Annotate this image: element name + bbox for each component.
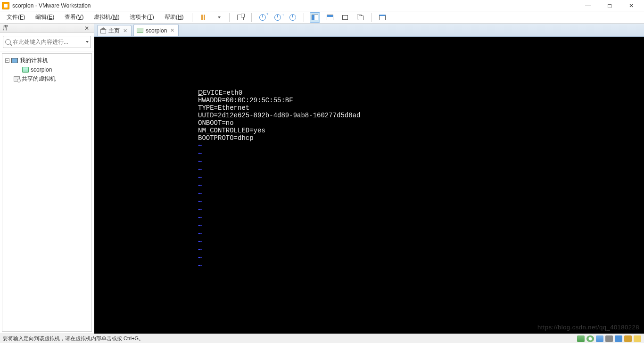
vm-icon (137, 28, 143, 33)
console-output: DEVICE=eth0 HWADDR=00:0C:29:5C:55:BF TYP… (198, 89, 644, 270)
tree-shared-vms[interactable]: 共享的虚拟机 (3, 74, 91, 84)
search-row (0, 33, 94, 51)
search-box[interactable] (3, 36, 91, 48)
unity-button[interactable] (355, 12, 365, 23)
menu-view[interactable]: 查看(V) (62, 12, 86, 22)
menu-vm[interactable]: 虚拟机(M) (91, 12, 122, 22)
snapshot-revert-button[interactable] (272, 12, 283, 23)
toolbar-separator (371, 13, 372, 22)
sidebar-close-button[interactable]: ✕ (83, 25, 91, 32)
close-button[interactable]: ✕ (620, 0, 642, 11)
menu-file[interactable]: 文件(F) (4, 12, 28, 22)
watermark-text: https://blog.csdn.net/qq_40180228 (537, 324, 639, 331)
tab-close-button[interactable]: ✕ (169, 27, 175, 33)
content-area: 主页 ✕ scorpion ✕ DEVICE=eth0 HWADDR=00:0C… (94, 24, 644, 334)
computer-icon (11, 58, 18, 63)
library-tree[interactable]: − 我的计算机 scorpion 共享的虚拟机 (2, 53, 92, 332)
menu-edit[interactable]: 编辑(E) (33, 12, 57, 22)
view-thumbnail-button[interactable] (325, 12, 335, 23)
search-input[interactable] (13, 39, 84, 45)
library-sidebar: 库 ✕ − 我的计算机 scorpion (0, 24, 94, 334)
home-icon (100, 29, 106, 33)
collapse-icon[interactable]: − (5, 58, 9, 63)
app-icon (2, 2, 9, 9)
harddisk-icon[interactable] (577, 335, 585, 342)
tab-home[interactable]: 主页 ✕ (97, 25, 132, 36)
tab-label: 主页 (108, 27, 120, 35)
tab-strip: 主页 ✕ scorpion ✕ (94, 24, 644, 37)
status-text: 要将输入定向到该虚拟机，请在虚拟机内部单击或按 Ctrl+G。 (3, 335, 144, 342)
vm-console[interactable]: DEVICE=eth0 HWADDR=00:0C:29:5C:55:BF TYP… (94, 37, 644, 334)
sound-icon[interactable] (615, 335, 622, 342)
vm-icon (22, 67, 29, 73)
menubar: 文件(F) 编辑(E) 查看(V) 虚拟机(M) 选项卡(T) 帮助(H) (0, 11, 644, 24)
tab-scorpion[interactable]: scorpion ✕ (133, 24, 179, 36)
network-icon[interactable] (596, 335, 603, 342)
printer-icon[interactable] (605, 335, 613, 342)
pause-button[interactable] (198, 12, 208, 23)
tree-label: 共享的虚拟机 (22, 75, 56, 83)
cdrom-icon[interactable] (586, 335, 594, 342)
search-icon (5, 39, 11, 45)
shared-icon (14, 76, 20, 82)
fullscreen-button[interactable] (340, 12, 350, 23)
snapshot-button[interactable] (235, 12, 246, 23)
tab-label: scorpion (146, 27, 167, 34)
power-dropdown[interactable] (213, 12, 223, 23)
menu-help[interactable]: 帮助(H) (162, 12, 187, 22)
usb-icon[interactable] (624, 335, 632, 342)
toolbar-separator (304, 13, 304, 22)
library-button[interactable] (377, 12, 388, 23)
tree-label: 我的计算机 (20, 57, 48, 65)
snapshot-manager-button[interactable] (288, 12, 298, 23)
menu-tabs[interactable]: 选项卡(T) (127, 12, 157, 22)
status-icons (577, 335, 641, 342)
window-titlebar: scorpion - VMware Workstation — ◻ ✕ (0, 0, 644, 11)
window-title: scorpion - VMware Workstation (12, 2, 577, 9)
tab-close-button[interactable]: ✕ (122, 28, 128, 34)
search-dropdown-icon[interactable] (86, 41, 89, 43)
tree-vm-scorpion[interactable]: scorpion (3, 65, 91, 74)
statusbar: 要将输入定向到该虚拟机，请在虚拟机内部单击或按 Ctrl+G。 (0, 334, 644, 343)
toolbar-separator (192, 13, 192, 22)
tree-my-computer[interactable]: − 我的计算机 (3, 56, 91, 65)
window-controls: — ◻ ✕ (577, 0, 642, 11)
toolbar-separator (251, 13, 252, 22)
toolbar-separator (229, 13, 230, 22)
sidebar-title: 库 (3, 24, 8, 32)
snapshot-take-button[interactable] (257, 12, 268, 23)
message-icon[interactable] (634, 335, 641, 342)
sidebar-header: 库 ✕ (0, 24, 94, 33)
minimize-button[interactable]: — (577, 0, 599, 11)
tree-label: scorpion (31, 66, 52, 73)
view-sidebar-button[interactable] (310, 12, 320, 23)
maximize-button[interactable]: ◻ (599, 0, 620, 11)
